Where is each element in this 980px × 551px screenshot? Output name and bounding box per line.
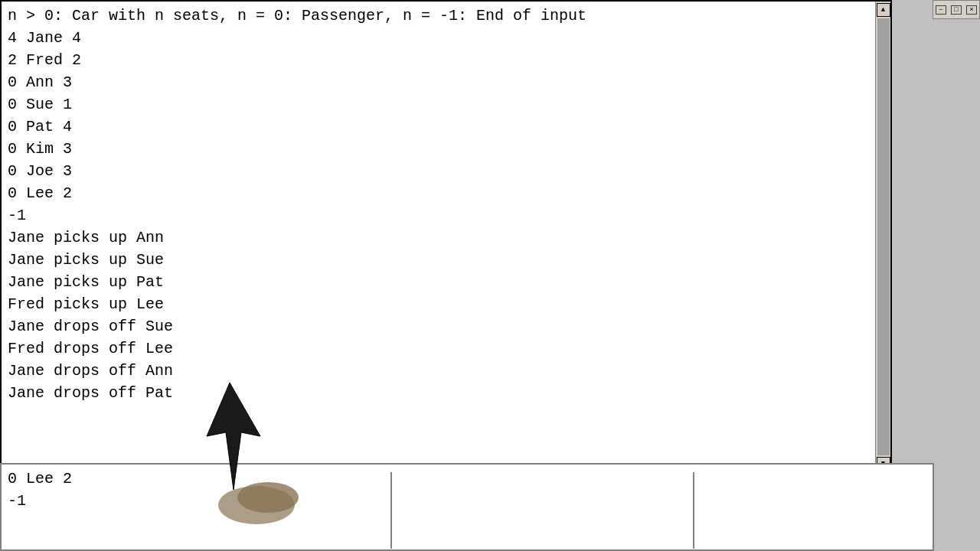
line-1: 4 Jane 4 (8, 29, 81, 47)
line-13: Fred picks up Lee (8, 295, 164, 313)
line-16: Jane drops off Ann (8, 362, 173, 380)
line-12: Jane picks up Pat (8, 273, 164, 291)
line-14: Jane drops off Sue (8, 318, 173, 335)
bottom-terminal-output: 0 Lee 2 -1 (2, 465, 933, 515)
scroll-up-button[interactable]: ▲ (877, 3, 890, 17)
line-2: 2 Fred 2 (8, 51, 81, 69)
line-10: Jane picks up Ann (8, 229, 164, 246)
vertical-scrollbar[interactable]: ▲ ▼ (875, 2, 890, 471)
bottom-line-2: -1 (8, 492, 26, 510)
close-button[interactable]: × (966, 5, 977, 15)
window-controls: − □ × (933, 0, 980, 19)
line-4: 0 Sue 1 (8, 96, 72, 113)
line-6: 0 Kim 3 (8, 140, 72, 158)
bottom-line-1: 0 Lee 2 (8, 470, 72, 487)
line-8: 0 Lee 2 (8, 184, 72, 202)
line-11: Jane picks up Sue (8, 251, 164, 269)
bottom-separator-2 (693, 472, 694, 549)
maximize-button[interactable]: □ (951, 5, 962, 15)
minimize-button[interactable]: − (936, 5, 946, 15)
line-5: 0 Pat 4 (8, 118, 72, 135)
line-9: -1 (8, 207, 26, 224)
scroll-track (877, 18, 890, 455)
line-17: Jane drops off Pat (8, 384, 173, 402)
line-7: 0 Joe 3 (8, 162, 72, 180)
line-15: Fred drops off Lee (8, 340, 173, 357)
terminal-window: n > 0: Car with n seats, n = 0: Passenge… (0, 0, 892, 471)
bottom-separator-1 (390, 472, 392, 549)
line-0: n > 0: Car with n seats, n = 0: Passenge… (8, 7, 586, 24)
terminal-output: n > 0: Car with n seats, n = 0: Passenge… (2, 2, 890, 407)
bottom-input-window: 0 Lee 2 -1 (0, 463, 934, 551)
line-3: 0 Ann 3 (8, 73, 72, 91)
